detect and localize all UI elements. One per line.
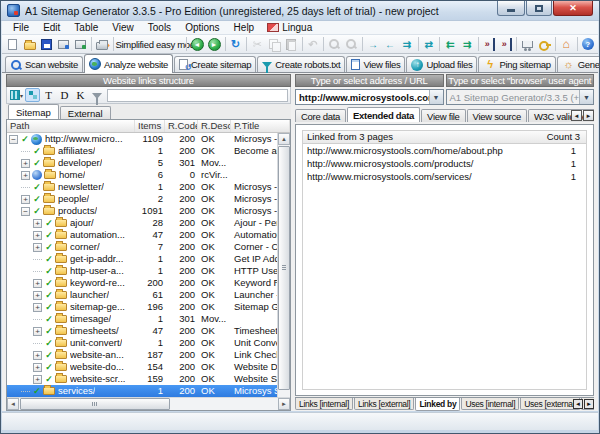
filter-k-button[interactable]: K [73,88,88,102]
bottom-tab-scroll-left-arrow[interactable]: ◄ [573,399,583,409]
tree-row[interactable]: +✓ajour/28200OKAjour - Perso [7,217,290,229]
scroll-right-arrow[interactable]: ► [278,398,290,410]
tree-row[interactable]: +✓sitemap-ge...196200OKSitemap Ger [7,301,290,313]
bottom-tab-uses-internal-[interactable]: Uses [internal] [461,398,519,410]
column-ptitle[interactable]: P.Title [231,120,290,132]
menu-table[interactable]: Table [67,22,105,33]
menu-edit[interactable]: Edit [36,22,67,33]
scroll-up-arrow[interactable]: ▲ [278,133,290,145]
tree-row[interactable]: +✓launcher/61200OKLauncher - A [7,289,290,301]
tree-row[interactable]: +✓timesheets/47200OKTimesheet T [7,325,290,337]
expand-icon[interactable]: + [33,363,42,372]
expand-icon[interactable]: + [33,291,42,300]
tree-row[interactable]: +✓developer/5301Mov... [7,157,290,169]
minimize-button[interactable] [497,1,525,16]
data-tab-core-data[interactable]: Core data [295,109,346,122]
tree-tab-external[interactable]: External [60,106,111,119]
help-button[interactable]: ? [579,36,596,53]
refresh-button[interactable]: ↻ [227,36,244,53]
close-button[interactable]: ✕ [553,1,593,16]
goto-node-button[interactable]: ⇄ [420,36,437,53]
url-value[interactable]: http://www.microsystools.com/servic [296,92,429,103]
expand-icon[interactable]: + [33,375,42,384]
tree-row[interactable]: ✓timesage/1301Mov... [7,313,290,325]
tab-upload-files[interactable]: ↑Upload files [406,56,477,72]
collapse-icon[interactable]: − [21,207,30,216]
export-data-button[interactable] [72,36,89,53]
column-items[interactable]: Items [135,120,165,132]
tab-create-sitemap[interactable]: Create sitemap [174,56,256,72]
import-data-button[interactable] [55,36,72,53]
tree-row[interactable]: ✓services/1200OKMicrosys Ser [7,385,290,397]
tree-row[interactable]: +✓keyword-re...200200OKKeyword Res [7,277,290,289]
menu-view[interactable]: View [105,22,141,33]
tab-general-options[interactable]: ☼General options [557,56,600,72]
response-filter-toggle[interactable] [25,88,40,102]
tab-analyze-website[interactable]: Analyze website [84,54,173,73]
count-header[interactable]: Count 3 [541,131,586,143]
save-project-button[interactable] [38,36,55,53]
bottom-tab-linked-by[interactable]: Linked by [415,398,460,411]
expand-icon[interactable]: + [33,219,42,228]
goto-next-result-button[interactable]: » [497,36,514,53]
expand-icon[interactable]: + [33,351,42,360]
expand-icon[interactable]: + [21,195,30,204]
linked-by-row[interactable]: http://www.microsystools.com/home/about.… [303,144,586,157]
expand-all-button[interactable]: ⇇ [442,36,459,53]
grid-header[interactable]: Path Items R.Code R.Desc P.Title [7,120,290,133]
move-down-level-button[interactable]: → [365,36,382,53]
scroll-left-arrow[interactable]: ◄ [7,398,19,410]
expand-icon[interactable]: + [33,231,42,240]
tree-row[interactable]: ✓get-ip-addr...1200OKGet IP Addre [7,253,290,265]
column-rcode[interactable]: R.Code [165,120,198,132]
expand-icon[interactable]: + [33,279,42,288]
menu-file[interactable]: File [6,22,36,33]
tab-ping-sitemap[interactable]: ϟPing sitemap [478,56,555,72]
tree-row[interactable]: +home/60rcVir... [7,169,290,181]
menu-help[interactable]: Help [227,22,262,33]
menu-options[interactable]: Options [178,22,226,33]
user-agent-dropdown-arrow[interactable]: ▼ [579,90,593,104]
goto-previous-result-button[interactable]: » [480,36,497,53]
menu-lingua[interactable]: Lingua [261,22,318,33]
open-project-button[interactable] [21,36,38,53]
tab-scan-website[interactable]: Scan website [5,56,83,72]
buy-button[interactable] [519,36,536,53]
data-tab-view-source[interactable]: View source [467,109,527,122]
expand-icon[interactable]: + [33,303,42,312]
tree-row[interactable]: +✓website-scr...159200OKWebsite Scra [7,373,290,385]
bottom-tab-scroll-right-arrow[interactable]: ► [584,399,594,409]
filter-t-button[interactable]: T [41,88,56,102]
linked-by-row[interactable]: http://www.microsystools.com/services/1 [303,170,586,183]
collapse-all-button[interactable]: ⇉ [459,36,476,53]
new-project-button[interactable] [4,36,21,53]
data-tab-extended-data[interactable]: Extended data [347,107,420,122]
data-tab-view-file[interactable]: View file [421,109,466,122]
url-dropdown-arrow[interactable]: ▼ [429,90,443,104]
filter-d-button[interactable]: D [57,88,72,102]
easy-mode-button[interactable]: ◆Simplified easy mode [115,36,184,53]
tree-row[interactable]: ✓http-user-a...1200OKHTTP User A [7,265,290,277]
expand-icon[interactable]: + [21,159,30,168]
quick-filter-button[interactable] [89,88,104,102]
menu-tools[interactable]: Tools [141,22,178,33]
column-setup-button[interactable]: ▾ [9,88,24,102]
collapse-icon[interactable]: − [9,135,18,144]
tab-scroll-left-arrow[interactable]: ◄ [571,110,582,121]
hscroll-thumb[interactable] [20,398,170,410]
column-rdesc[interactable]: R.Desc [198,120,231,132]
tree-row[interactable]: −✓products/1091200OKMicrosys - S [7,205,290,217]
tree-row[interactable]: +✓corner/7200OKCorner - Cal [7,241,290,253]
bottom-tab-links-external-[interactable]: Links [external] [354,398,414,410]
linked-by-row[interactable]: http://www.microsystools.com/products/1 [303,157,586,170]
tree-row[interactable]: +✓website-do...154200OKWebsite Dov [7,361,290,373]
expand-icon[interactable]: + [33,327,42,336]
linked-from-header[interactable]: Linked from 3 pages [303,131,541,143]
tree-row[interactable]: +✓people/2200OKMicrosys - P [7,193,290,205]
column-path[interactable]: Path [7,120,135,132]
user-agent-combobox[interactable]: A1 Sitemap Generator/3.3.5 (+http://v ▼ [446,89,595,105]
linked-by-list-header[interactable]: Linked from 3 pages Count 3 [303,131,586,144]
tree-row[interactable]: ✓affiliates/1200OKBecome an a [7,145,290,157]
back-button[interactable]: ◄ [189,36,206,53]
forward-button[interactable]: ► [206,36,223,53]
